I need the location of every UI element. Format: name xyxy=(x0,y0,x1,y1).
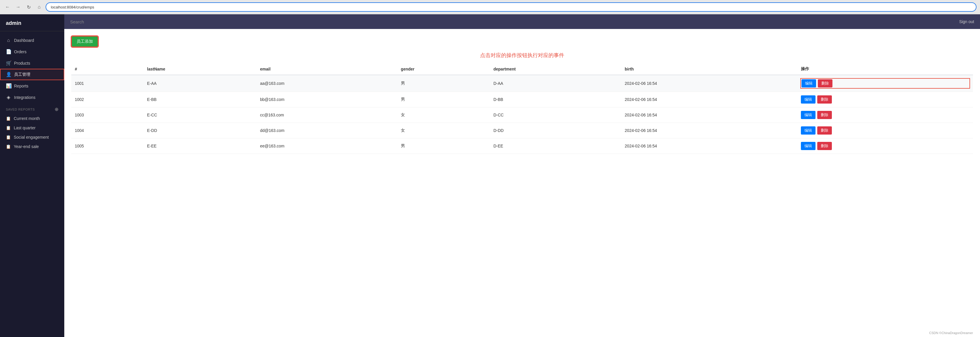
table-row: 1005 E-EE ee@163.com 男 D-EE 2024-02-06 1… xyxy=(71,138,973,154)
cell-lastname: E-DD xyxy=(143,123,256,138)
cell-department: D-CC xyxy=(490,107,621,123)
forward-button[interactable]: → xyxy=(14,3,22,11)
cell-actions: 编辑 删除 xyxy=(797,107,973,123)
sidebar-label-reports: Reports xyxy=(14,84,28,88)
add-saved-report-button[interactable]: ⊕ xyxy=(55,107,59,112)
sidebar-item-products[interactable]: 🛒 Products xyxy=(0,57,64,69)
reload-button[interactable]: ↻ xyxy=(25,3,33,11)
saved-report-year-end-sale[interactable]: 📋 Year-end sale xyxy=(0,142,64,151)
back-button[interactable]: ← xyxy=(3,3,12,11)
col-birth: birth xyxy=(621,64,797,75)
cell-id: 1003 xyxy=(71,107,143,123)
cell-id: 1004 xyxy=(71,123,143,138)
saved-report-label-current-month: Current month xyxy=(14,116,40,121)
delete-button[interactable]: 删除 xyxy=(817,142,832,150)
edit-button[interactable]: 编辑 xyxy=(801,126,816,134)
cell-birth: 2024-02-06 16:54 xyxy=(621,123,797,138)
main-content: Sign out 员工添加 点击对应的操作按钮执行对应的事件 # lastNam… xyxy=(64,14,980,337)
report-doc-icon-3: 📋 xyxy=(6,135,11,139)
cell-email: bb@163.com xyxy=(256,92,398,107)
saved-report-label-year-end-sale: Year-end sale xyxy=(14,144,39,149)
cell-gender: 女 xyxy=(398,107,490,123)
action-buttons: 编辑 删除 xyxy=(801,79,969,88)
sidebar-item-integrations[interactable]: ◈ Integrations xyxy=(0,91,64,103)
sidebar-label-dashboard: Dashboard xyxy=(14,38,34,43)
edit-button[interactable]: 编辑 xyxy=(801,111,816,119)
emp-icon: 👤 xyxy=(6,72,11,77)
saved-reports-section: SAVED REPORTS ⊕ xyxy=(0,103,64,114)
cell-department: D-BB xyxy=(490,92,621,107)
saved-report-last-quarter[interactable]: 📋 Last quarter xyxy=(0,123,64,133)
report-doc-icon-2: 📋 xyxy=(6,126,11,130)
top-bar: Sign out xyxy=(64,14,980,29)
sidebar-label-integrations: Integrations xyxy=(14,95,35,100)
integrations-icon: ◈ xyxy=(6,94,11,100)
page-footer: CSDN ©ChinaDragonDreamer xyxy=(64,329,980,337)
cell-actions: 编辑 删除 xyxy=(797,75,973,92)
edit-button[interactable]: 编辑 xyxy=(801,142,816,150)
home-button[interactable]: ⌂ xyxy=(35,3,43,11)
cell-id: 1005 xyxy=(71,138,143,154)
saved-reports-title: SAVED REPORTS xyxy=(6,108,35,111)
sidebar-item-dashboard[interactable]: ⌂ Dashboard xyxy=(0,35,64,46)
action-buttons: 编辑 删除 xyxy=(801,95,969,104)
sidebar-nav: ⌂ Dashboard 📄 Orders 🛒 Products 👤 员工管理 📊… xyxy=(0,31,64,337)
delete-button[interactable]: 删除 xyxy=(818,79,832,88)
cell-email: dd@163.com xyxy=(256,123,398,138)
cell-gender: 男 xyxy=(398,138,490,154)
table-row: 1002 E-BB bb@163.com 男 D-BB 2024-02-06 1… xyxy=(71,92,973,107)
cell-birth: 2024-02-06 16:54 xyxy=(621,75,797,92)
cell-email: aa@163.com xyxy=(256,75,398,92)
cell-gender: 男 xyxy=(398,92,490,107)
add-employee-button[interactable]: 员工添加 xyxy=(71,36,98,47)
browser-chrome: ← → ↻ ⌂ xyxy=(0,0,980,14)
sign-out-button[interactable]: Sign out xyxy=(959,19,974,24)
sidebar-brand: admin xyxy=(0,14,64,31)
edit-button[interactable]: 编辑 xyxy=(801,95,816,104)
cell-department: D-DD xyxy=(490,123,621,138)
address-bar[interactable] xyxy=(46,2,977,12)
cell-lastname: E-EE xyxy=(143,138,256,154)
reports-icon: 📊 xyxy=(6,83,11,89)
table-row: 1003 E-CC cc@163.com 女 D-CC 2024-02-06 1… xyxy=(71,107,973,123)
page-content: 员工添加 点击对应的操作按钮执行对应的事件 # lastName email g… xyxy=(64,29,980,329)
saved-report-label-social-engagement: Social engagement xyxy=(14,135,49,139)
delete-button[interactable]: 删除 xyxy=(817,111,832,119)
saved-report-social-engagement[interactable]: 📋 Social engagement xyxy=(0,133,64,142)
cell-email: ee@163.com xyxy=(256,138,398,154)
delete-button[interactable]: 删除 xyxy=(817,126,832,134)
sidebar-label-emp-manage: 员工管理 xyxy=(14,72,30,77)
action-buttons: 编辑 删除 xyxy=(801,142,969,150)
cell-department: D-AA xyxy=(490,75,621,92)
table-header-row: # lastName email gender department birth… xyxy=(71,64,973,75)
cell-birth: 2024-02-06 16:54 xyxy=(621,92,797,107)
saved-report-label-last-quarter: Last quarter xyxy=(14,126,36,130)
home-icon: ⌂ xyxy=(6,38,11,43)
cell-gender: 男 xyxy=(398,75,490,92)
report-doc-icon-1: 📋 xyxy=(6,116,11,121)
cell-gender: 女 xyxy=(398,123,490,138)
sidebar-item-orders[interactable]: 📄 Orders xyxy=(0,46,64,57)
col-email: email xyxy=(256,64,398,75)
orders-icon: 📄 xyxy=(6,49,11,54)
cell-email: cc@163.com xyxy=(256,107,398,123)
cell-lastname: E-CC xyxy=(143,107,256,123)
saved-report-current-month[interactable]: 📋 Current month xyxy=(0,114,64,123)
col-department: department xyxy=(490,64,621,75)
action-buttons: 编辑 删除 xyxy=(801,111,969,119)
col-id: # xyxy=(71,64,143,75)
delete-button[interactable]: 删除 xyxy=(817,95,832,104)
sidebar-label-products: Products xyxy=(14,61,30,65)
col-gender: gender xyxy=(398,64,490,75)
col-lastname: lastName xyxy=(143,64,256,75)
search-input[interactable] xyxy=(70,19,158,24)
cell-id: 1002 xyxy=(71,92,143,107)
cell-actions: 编辑 删除 xyxy=(797,123,973,138)
cell-lastname: E-BB xyxy=(143,92,256,107)
sidebar: admin ⌂ Dashboard 📄 Orders 🛒 Products 👤 … xyxy=(0,14,64,337)
sidebar-item-emp-manage[interactable]: 👤 员工管理 xyxy=(0,69,64,80)
edit-button[interactable]: 编辑 xyxy=(802,79,816,88)
report-doc-icon-4: 📋 xyxy=(6,144,11,149)
sidebar-item-reports[interactable]: 📊 Reports xyxy=(0,80,64,91)
cell-lastname: E-AA xyxy=(143,75,256,92)
